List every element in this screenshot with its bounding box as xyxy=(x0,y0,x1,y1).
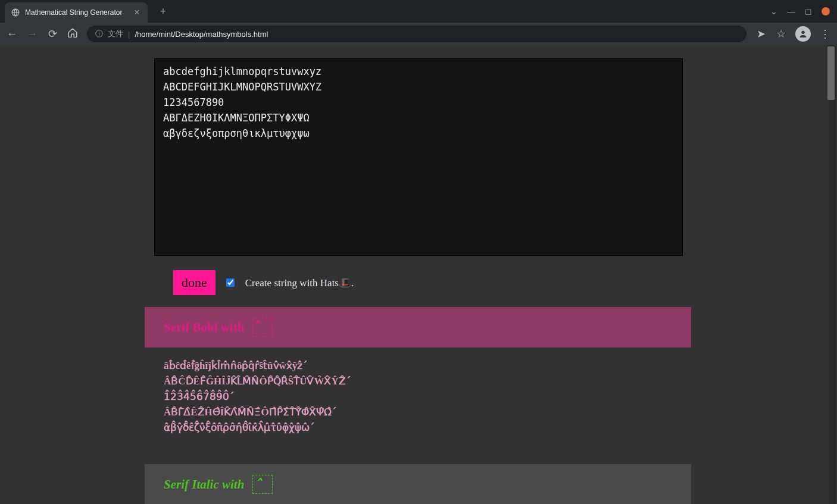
serif-bold-output: âb̂ĉd̂êf̂ĝĥîĵk̂l̂m̂n̂ôp̂q̂r̂ŝt̂ûv̂ŵx̂ŷẑˊ… xyxy=(145,348,691,452)
serif-italic-title: Serif Italic with xyxy=(164,477,244,492)
globe-icon xyxy=(11,8,20,17)
forward-button[interactable]: → xyxy=(26,28,38,40)
info-icon[interactable]: ⓘ xyxy=(95,29,103,39)
hat-badge-italic: ̂ xyxy=(252,475,273,494)
window-controls: ⌄ — ◻ xyxy=(770,7,837,16)
hats-checkbox[interactable] xyxy=(226,278,235,287)
serif-bold-section: Serif Bold with ̂ âb̂ĉd̂êf̂ĝĥîĵk̂l̂m̂n̂ô… xyxy=(145,307,691,452)
browser-tab[interactable]: Mathematical String Generator × xyxy=(5,2,148,23)
serif-bold-header: Serif Bold with ̂ xyxy=(145,307,691,348)
address-file-label: 文件 xyxy=(108,29,123,39)
menu-icon[interactable]: ⋮ xyxy=(819,27,831,40)
address-separator: | xyxy=(128,30,130,39)
new-tab-button[interactable]: + xyxy=(155,3,171,20)
chevron-down-icon[interactable]: ⌄ xyxy=(770,7,777,16)
tab-title: Mathematical String Generator xyxy=(25,8,127,17)
address-bar[interactable]: ⓘ 文件 | /home/mint/Desktop/mathsymbols.ht… xyxy=(87,26,747,42)
minimize-icon[interactable]: — xyxy=(787,7,795,16)
reload-button[interactable]: ⟳ xyxy=(46,27,58,40)
address-path: /home/mint/Desktop/mathsymbols.html xyxy=(135,30,268,39)
avatar[interactable] xyxy=(795,26,811,42)
tab-bar: Mathematical String Generator × + ⌄ — ◻ xyxy=(0,0,837,23)
controls-row: done Create string with Hats🎩. xyxy=(145,258,692,307)
send-icon[interactable]: ➤ xyxy=(755,27,767,40)
scrollbar-thumb[interactable] xyxy=(827,46,835,100)
scrollbar-track[interactable] xyxy=(829,45,836,504)
toolbar: ← → ⟳ ⓘ 文件 | /home/mint/Desktop/mathsymb… xyxy=(0,23,837,45)
close-tab-icon[interactable]: × xyxy=(132,7,142,18)
serif-italic-section: Serif Italic with ̂ xyxy=(145,464,691,504)
done-button[interactable]: done xyxy=(173,270,216,295)
input-textarea[interactable] xyxy=(154,58,683,256)
page-content: done Create string with Hats🎩. Serif Bol… xyxy=(145,45,692,504)
svg-point-1 xyxy=(801,31,804,34)
hats-label: Create string with Hats🎩. xyxy=(245,277,354,289)
maximize-icon[interactable]: ◻ xyxy=(805,7,812,16)
page-viewport: done Create string with Hats🎩. Serif Bol… xyxy=(0,45,837,504)
back-button[interactable]: ← xyxy=(6,28,18,40)
bookmark-icon[interactable]: ☆ xyxy=(775,27,787,40)
serif-bold-title: Serif Bold with xyxy=(164,320,244,335)
window-close-icon[interactable] xyxy=(822,7,830,15)
serif-italic-header: Serif Italic with ̂ xyxy=(145,464,691,504)
hat-badge-bold: ̂ xyxy=(252,318,273,337)
home-button[interactable] xyxy=(67,27,79,41)
